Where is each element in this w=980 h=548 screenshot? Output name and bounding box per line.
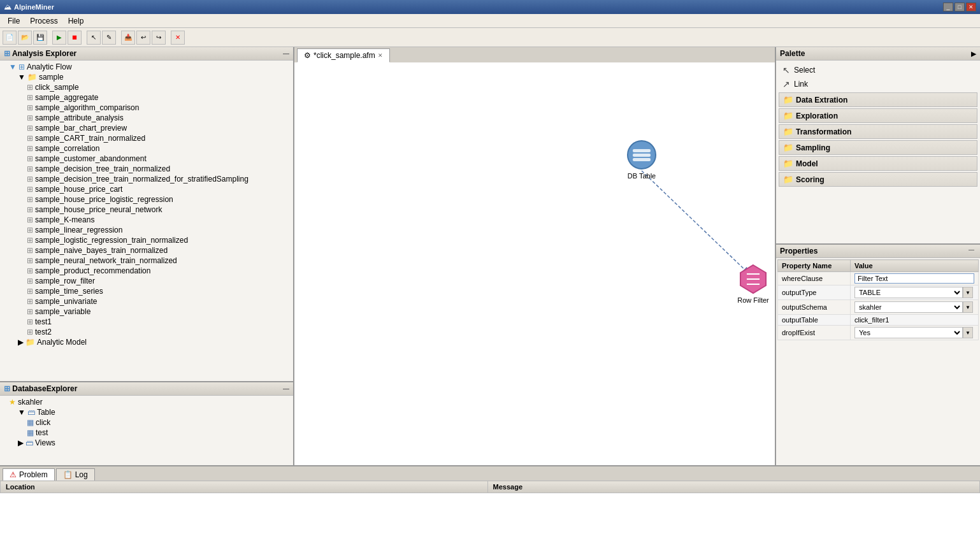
tree-item[interactable]: ⊞ sample_house_price_neural_network <box>0 205 293 215</box>
tree-item[interactable]: ⊞ sample_neural_network_train_normalized <box>0 256 293 266</box>
tree-item[interactable]: ⊞ sample_decision_tree_train_normalized_… <box>0 174 293 184</box>
tree-views[interactable]: ▶ 🗃 Views <box>0 438 293 448</box>
drop-arrow[interactable]: ▼ <box>963 327 973 338</box>
tree-item[interactable]: ⊞ sample_naive_bayes_train_normalized <box>0 245 293 256</box>
tree-item[interactable]: ⊞ sample_house_price_cart <box>0 184 293 194</box>
toolbar-open[interactable]: 📂 <box>18 31 32 45</box>
item-icon: ⊞ <box>27 113 33 122</box>
props-value-drop[interactable]: Yes No ▼ <box>850 326 978 340</box>
title-bar-controls[interactable]: _ □ ✕ <box>943 3 976 11</box>
toolbar-link[interactable]: ✎ <box>102 31 116 45</box>
palette-link[interactable]: ↗ Link <box>779 77 977 91</box>
node-row-filter[interactable]: Row Filter <box>737 263 769 304</box>
connection-line <box>642 171 751 276</box>
props-value-schema[interactable]: skahler ▼ <box>850 300 978 315</box>
tree-table[interactable]: ▼ 🗃 Table <box>0 407 293 417</box>
toolbar-redo[interactable]: ↪ <box>152 31 166 45</box>
sampling-folder-icon: 📁 <box>783 143 793 152</box>
props-minimize[interactable]: — <box>967 247 976 256</box>
tree-item[interactable]: ⊞ sample_logistic_regression_train_norma… <box>0 235 293 245</box>
menu-file[interactable]: File <box>3 15 25 27</box>
palette-group-transformation[interactable]: 📁 Transformation <box>779 124 977 139</box>
tree-item[interactable]: ⊞ sample_time_series <box>0 286 293 296</box>
drop-select[interactable]: Yes No <box>854 327 963 338</box>
props-row-where: whereClause <box>778 272 979 285</box>
tree-analytic-model[interactable]: ▶ 📁 Analytic Model <box>0 337 293 347</box>
palette-group-sampling[interactable]: 📁 Sampling <box>779 140 977 155</box>
item-label: test2 <box>35 328 52 336</box>
palette-group-data-extraction[interactable]: 📁 Data Extration <box>779 92 977 107</box>
item-icon: ⊞ <box>27 226 33 234</box>
menu-process[interactable]: Process <box>25 15 62 27</box>
palette-select[interactable]: ↖ Select <box>779 63 977 77</box>
tree-item[interactable]: ⊞ sample_univariate <box>0 296 293 306</box>
toolbar-new[interactable]: 📄 <box>3 31 17 45</box>
db-table-icon <box>626 139 658 171</box>
minimize-button[interactable]: _ <box>943 3 953 11</box>
toolbar-undo[interactable]: ↩ <box>136 31 150 45</box>
tree-item[interactable]: ⊞ sample_algorithm_comparison <box>0 103 293 113</box>
click-table-icon: ▦ <box>27 418 34 427</box>
tree-item[interactable]: ⊞ sample_linear_regression <box>0 225 293 235</box>
tree-item-click-sample[interactable]: ⊞ click_sample <box>0 82 293 92</box>
tab-log[interactable]: 📋 Log <box>56 468 95 480</box>
maximize-button[interactable]: □ <box>955 3 965 11</box>
canvas-tab-click-sample[interactable]: ⚙ *click_sample.afm ✕ <box>297 48 390 62</box>
item-label: sample_customer_abandonment <box>35 154 147 163</box>
tree-item[interactable]: ⊞ sample_house_price_logistic_regression <box>0 194 293 205</box>
toolbar-select[interactable]: ↖ <box>87 31 101 45</box>
palette-expand[interactable]: ▶ <box>971 50 976 57</box>
tree-test[interactable]: ▦ test <box>0 428 293 438</box>
outputtype-arrow[interactable]: ▼ <box>963 287 973 298</box>
palette-group-scoring[interactable]: 📁 Scoring <box>779 172 977 187</box>
db-table-label: DB Table <box>628 172 656 180</box>
tree-item[interactable]: ⊞ sample_product_recommendation <box>0 266 293 276</box>
props-title: Properties <box>780 247 818 256</box>
outputtype-select[interactable]: TABLE <box>854 287 963 298</box>
item-icon: ⊞ <box>27 175 33 184</box>
props-row-table: outputTable click_filter1 <box>778 315 979 326</box>
problem-icon: ⚠ <box>10 470 17 479</box>
canvas-tab-close[interactable]: ✕ <box>378 52 383 59</box>
tree-item[interactable]: ⊞ sample_correlation <box>0 143 293 154</box>
item-icon: ⊞ <box>27 256 33 265</box>
tree-item[interactable]: ⊞ sample_bar_chart_preview <box>0 123 293 133</box>
tree-item-test1[interactable]: ⊞ test1 <box>0 317 293 327</box>
tab-problem[interactable]: ⚠ Problem <box>3 468 55 480</box>
schema-arrow[interactable]: ▼ <box>963 301 973 313</box>
tree-analytic-flow[interactable]: ▼ ⊞ Analytic Flow <box>0 62 293 72</box>
toolbar-cancel[interactable]: ✕ <box>171 31 185 45</box>
tree-item[interactable]: ⊞ sample_attribute_analysis <box>0 113 293 123</box>
item-icon: ⊞ <box>27 307 33 316</box>
toolbar-stop[interactable]: ⏹ <box>68 31 82 45</box>
tree-item[interactable]: ⊞ sample_aggregate <box>0 92 293 103</box>
toolbar-run[interactable]: ▶ <box>52 31 66 45</box>
schema-select[interactable]: skahler <box>854 301 963 313</box>
tree-skahler[interactable]: ★ skahler <box>0 397 293 407</box>
toolbar-import[interactable]: 📥 <box>121 31 135 45</box>
test-label: test <box>36 428 48 437</box>
properties-table: Property Name Value whereClause <box>777 259 979 340</box>
close-button[interactable]: ✕ <box>966 3 976 11</box>
tree-item[interactable]: ⊞ sample_K-means <box>0 215 293 225</box>
tree-item[interactable]: ⊞ sample_decision_tree_train_normalized <box>0 164 293 174</box>
toolbar-save[interactable]: 💾 <box>33 31 47 45</box>
where-clause-input[interactable] <box>854 273 974 284</box>
tree-item[interactable]: ⊞ sample_variable <box>0 306 293 317</box>
props-value-outputtype[interactable]: TABLE ▼ <box>850 285 978 300</box>
analysis-explorer-minimize[interactable]: — <box>283 50 289 57</box>
palette-group-exploration[interactable]: 📁 Exploration <box>779 108 977 123</box>
props-value-where[interactable] <box>850 272 978 285</box>
tree-item[interactable]: ⊞ sample_CART_train_normalized <box>0 133 293 143</box>
analysis-explorer: ⊞ Analysis Explorer — ▼ ⊞ Analytic Flow … <box>0 47 293 382</box>
tree-item[interactable]: ⊞ sample_customer_abandonment <box>0 154 293 164</box>
tree-item[interactable]: ⊞ sample_row_filter <box>0 276 293 286</box>
palette-group-model[interactable]: 📁 Model <box>779 156 977 171</box>
canvas-body[interactable]: DB Table Row Filter <box>294 62 775 465</box>
node-db-table[interactable]: DB Table <box>626 139 658 180</box>
db-explorer-minimize[interactable]: — <box>283 386 289 393</box>
menu-help[interactable]: Help <box>63 15 89 27</box>
tree-click[interactable]: ▦ click <box>0 417 293 428</box>
tree-item-test2[interactable]: ⊞ test2 <box>0 327 293 337</box>
tree-sample[interactable]: ▼ 📁 sample <box>0 72 293 82</box>
